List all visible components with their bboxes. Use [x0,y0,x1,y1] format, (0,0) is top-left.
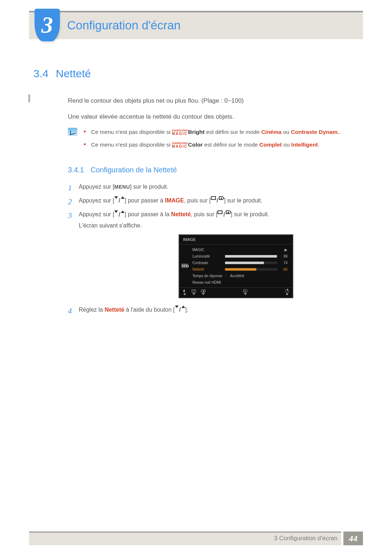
menu-key-label: MENU [114,184,130,190]
note-item-1: Ce menu n'est pas disponible si SAMSUNG … [84,128,341,136]
step-3: 3 Appuyez sur [/] pour passer à la Nette… [68,210,359,298]
osd-row-luminosite: Luminosité 99 [190,253,291,260]
osd-row-hdmi: Niveau noir HDMI [190,279,291,286]
margin-tick-icon [28,94,30,102]
osd-row-magic: MAGIC ▶ [190,247,291,253]
step-4: 4 Réglez la Netteté à l'aide du bouton [… [68,305,359,315]
chapter-number: 3 [41,8,53,42]
note-item-2: Ce menu n'est pas disponible si SAMSUNG … [84,140,341,149]
subsection-heading: 3.4.1 Configuration de la Netteté [68,164,359,175]
down-up-icon: / [114,210,124,219]
down-up-icon: / [114,196,124,205]
steps-list: 1 Appuyez sur [MENU] sur le produit. 2 A… [68,182,359,315]
select-enter-icon: / [211,196,224,205]
section-title: Netteté [56,65,91,82]
intro-line-1: Rend le contour des objets plus net ou p… [68,96,359,106]
samsung-magic-logo: SAMSUNG MAGIC [172,142,188,148]
subsection-number: 3.4.1 [68,164,84,175]
step-2: 2 Appuyez sur [/] pour passer à IMAGE, p… [68,196,359,205]
osd-screenshot: IMAGE MAGIC ▶ Luminosité 99 [179,234,293,298]
osd-back-icon [183,289,187,295]
subsection-title: Configuration de la Netteté [90,164,177,175]
select-enter-icon: / [217,210,230,219]
osd-plus-icon [201,290,205,295]
chevron-right-icon: ▶ [279,247,287,253]
note-block: Ce menu n'est pas disponible si SAMSUNG … [68,128,359,153]
osd-enter-icon [243,290,248,295]
step-3-subtext: L'écran suivant s'affiche. [79,221,359,230]
osd-footer [179,287,293,297]
osd-row-temps: Temps de réponse : Accéléré [190,273,291,279]
battery-icon [181,264,188,268]
step-1: 1 Appuyez sur [MENU] sur le produit. [68,182,359,191]
content-area: 3.4 Netteté Rend le contour des objets p… [33,65,359,319]
section-number: 3.4 [33,65,49,82]
section-heading: 3.4 Netteté [33,65,359,82]
intro-line-2: Une valeur élevée accentue la netteté du… [68,112,359,122]
osd-row-nettete: Netteté 60 [190,266,291,273]
down-up-icon: / [175,305,185,314]
samsung-magic-logo: SAMSUNG MAGIC [172,129,188,136]
footer-text: 3 Configuration d'écran [274,532,338,545]
page-footer: 3 Configuration d'écran 44 [29,532,363,545]
osd-row-contraste: Contraste 74 [190,260,291,266]
chapter-title: Configuration d'écran [67,16,181,34]
note-icon [68,128,77,136]
chapter-number-box: 3 [34,9,60,41]
page-number: 44 [343,532,363,545]
osd-power-icon [285,289,289,295]
osd-minus-icon [192,290,196,295]
osd-title: IMAGE [179,235,293,245]
